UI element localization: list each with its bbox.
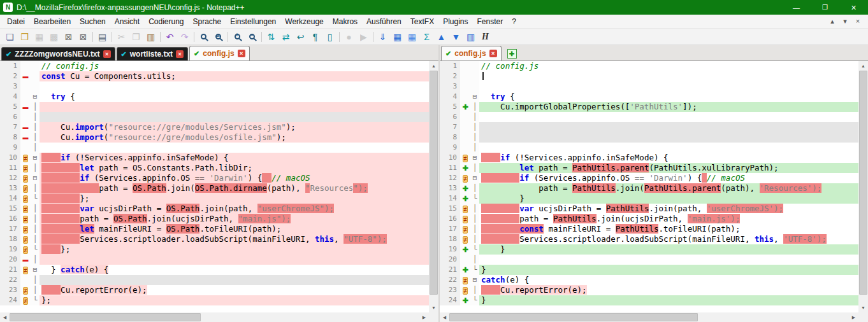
tab-zzzzomgwordsneu-txt[interactable]: ✔ZZZZomgwordsNEU.txt× (1, 47, 115, 60)
code-text[interactable]: } (479, 295, 858, 305)
code-text[interactable] (479, 132, 858, 143)
menu-item-fenster[interactable]: Fenster (473, 15, 508, 28)
code-text[interactable]: if (!Services.appinfo.inSafeMode) { (479, 153, 858, 163)
code-text[interactable] (40, 81, 429, 92)
menu-item-suchen[interactable]: Suchen (75, 15, 110, 28)
code-text[interactable]: }; (40, 295, 429, 305)
compare-plus-icon[interactable]: ✚ (507, 49, 517, 59)
code-text[interactable]: if (Services.appinfo.OS == 'Darwin') { /… (40, 173, 429, 183)
save-all-icon[interactable]: ▩ (47, 30, 61, 43)
zoom-in-icon[interactable]: + (230, 30, 245, 43)
menu-item-ansicht[interactable]: Ansicht (110, 15, 144, 28)
code-text[interactable]: if (!Services.appinfo.inSafeMode) { (40, 153, 429, 163)
fold-toggle-icon[interactable]: ⊟ (470, 173, 479, 183)
left-horizontal-scrollbar[interactable]: ◀ ▶ (0, 312, 429, 322)
fold-toggle-icon[interactable]: ⊟ (31, 153, 40, 163)
code-text[interactable]: Cu.import("resource://gre/modules/Servic… (40, 122, 429, 132)
code-text[interactable]: Services.scriptloader.loadSubScript(main… (479, 234, 858, 244)
save-icon[interactable]: ▦ (32, 30, 47, 43)
code-text[interactable]: var ucjsDirPath = PathUtils.join(path, '… (479, 204, 858, 214)
code-text[interactable]: }; (40, 244, 429, 255)
scroll-up-icon[interactable]: ▲ (429, 61, 438, 71)
menu-arrow-up-icon[interactable]: ▴ (826, 17, 839, 25)
close-tab-icon[interactable]: × (103, 50, 111, 58)
tab-wortliste-txt[interactable]: ✔wortliste.txt× (117, 47, 189, 60)
code-text[interactable] (479, 122, 858, 132)
tab-config-js[interactable]: ✔config.js× (441, 46, 502, 60)
code-text[interactable]: } catch(e) { (40, 265, 429, 275)
code-text[interactable] (479, 71, 858, 81)
cut-icon[interactable]: ✂ (114, 30, 129, 43)
maximize-button[interactable]: ❐ (811, 0, 839, 15)
code-text[interactable] (479, 255, 858, 265)
right-vscroll-thumb[interactable] (859, 71, 867, 295)
compare-set-first-icon[interactable]: ⇓ (375, 30, 390, 43)
sort-ascending-icon[interactable]: ▲ (434, 30, 449, 43)
code-text[interactable] (40, 143, 429, 153)
menu-item-werkzeuge[interactable]: Werkzeuge (280, 15, 328, 28)
left-editor[interactable]: 1// config.js2▬const Cu = Components.uti… (0, 61, 429, 312)
code-text[interactable]: if (Services.appinfo.OS == 'Darwin') { /… (479, 173, 858, 183)
fold-toggle-icon[interactable]: ⊟ (470, 275, 479, 285)
code-text[interactable]: path = PathUtils.join(PathUtils.parent(p… (479, 183, 858, 193)
scroll-left-icon[interactable]: ◀ (440, 312, 449, 322)
menu-dropdown-icon[interactable]: ▾ (839, 17, 851, 25)
left-vertical-scrollbar[interactable]: ▲ ▼ (429, 45, 438, 322)
code-text[interactable]: path = OS.Path.join(OS.Path.dirname(path… (40, 183, 429, 193)
code-text[interactable]: catch(e) { (479, 275, 858, 285)
right-hscroll-thumb[interactable] (449, 313, 698, 321)
menu-item-sprache[interactable]: Sprache (189, 15, 226, 28)
code-text[interactable]: path = PathUtils.join(ucjsDirPath, 'main… (479, 214, 858, 224)
right-editor[interactable]: 1// config.js234⊟ try {5✚│ Cu.importGlob… (440, 61, 858, 312)
macro-play-icon[interactable]: ▶ (356, 30, 371, 43)
fold-toggle-icon[interactable]: ⊟ (31, 173, 40, 183)
menu-close-icon[interactable]: × (851, 17, 864, 25)
code-text[interactable] (40, 102, 429, 112)
code-text[interactable]: } (479, 265, 858, 275)
menu-item-plugins[interactable]: Plugins (438, 15, 472, 28)
fold-toggle-icon[interactable]: ⊟ (31, 92, 40, 102)
code-text[interactable]: let path = PathUtils.parent(PathUtils.xu… (479, 163, 858, 173)
fold-toggle-icon[interactable]: ⊟ (470, 153, 479, 163)
open-folder-icon[interactable]: ❒ (17, 30, 32, 43)
right-horizontal-scrollbar[interactable]: ◀ ▶ (440, 312, 858, 322)
menu-item-textfx[interactable]: TextFX (406, 15, 438, 28)
code-text[interactable]: var ucjsDirPath = OS.Path.join(path, "us… (40, 204, 429, 214)
right-vertical-scrollbar[interactable]: ▲ ▼ (858, 45, 868, 322)
code-text[interactable] (479, 81, 858, 92)
compare-icon[interactable]: ▦ (390, 30, 405, 43)
word-wrap-icon[interactable]: ↩ (293, 30, 308, 43)
html-preview-icon[interactable]: H (478, 30, 493, 43)
close-tab-icon[interactable]: × (238, 50, 245, 57)
menu-item-codierung[interactable]: Codierung (144, 15, 188, 28)
tab-config-js[interactable]: ✔config.js× (189, 46, 250, 60)
scroll-left-icon[interactable]: ◀ (0, 312, 10, 322)
menu-item-[interactable]: ? (507, 15, 521, 28)
left-vscroll-thumb[interactable] (430, 71, 438, 295)
fold-toggle-icon[interactable]: ⊟ (31, 265, 40, 275)
replace-icon[interactable]: a (211, 30, 226, 43)
code-text[interactable] (40, 112, 429, 122)
print-icon[interactable]: ▤ (95, 30, 110, 43)
show-all-chars-icon[interactable]: ¶ (308, 30, 322, 43)
code-text[interactable]: Cu.reportError(e); (40, 285, 429, 295)
menu-item-makros[interactable]: Makros (328, 15, 362, 28)
compare-clear-icon[interactable]: ▦ (405, 30, 419, 43)
code-text[interactable]: // config.js (479, 61, 858, 71)
code-text[interactable]: // config.js (40, 61, 429, 71)
code-text[interactable]: Cu.importGlobalProperties(['PathUtils'])… (479, 102, 858, 112)
close-file-icon[interactable]: ⊠ (61, 30, 76, 43)
menu-item-datei[interactable]: Datei (3, 15, 29, 28)
menu-item-ausf-hren[interactable]: Ausführen (362, 15, 406, 28)
code-text[interactable]: Cu.import("resource://gre/modules/osfile… (40, 132, 429, 143)
code-text[interactable]: } (479, 244, 858, 255)
scroll-down-icon[interactable]: ▼ (858, 303, 868, 312)
copy-icon[interactable]: ❐ (129, 30, 143, 43)
code-text[interactable]: path = OS.Path.join(ucjsDirPath, "main.j… (40, 214, 429, 224)
code-text[interactable] (40, 255, 429, 265)
code-text[interactable]: const mainFileURI = PathUtils.toFileURI(… (479, 224, 858, 234)
scroll-up-icon[interactable]: ▲ (858, 61, 868, 71)
find-icon[interactable] (196, 30, 211, 43)
sync-scroll-vertical-icon[interactable]: ⇅ (264, 30, 278, 43)
code-text[interactable] (40, 275, 429, 285)
